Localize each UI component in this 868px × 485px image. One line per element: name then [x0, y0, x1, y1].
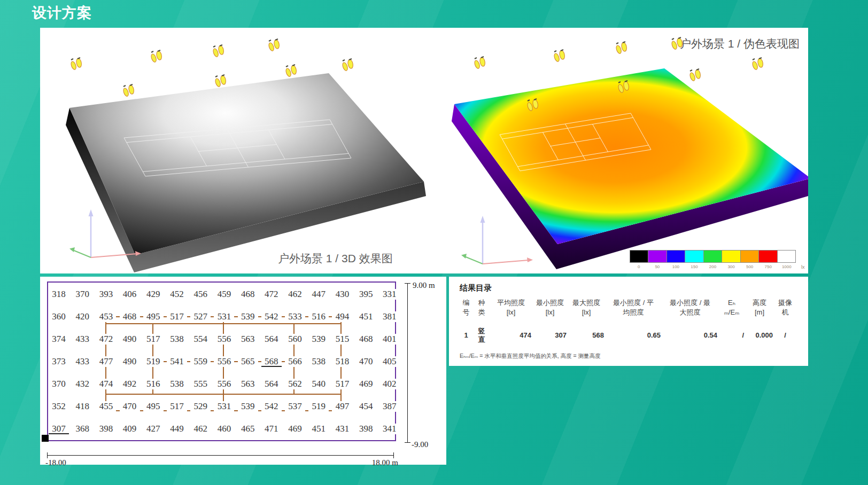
- grid-value: 495: [143, 401, 164, 412]
- results-title: 结果目录: [460, 283, 492, 293]
- grid-value: 447: [308, 289, 329, 300]
- render-panel: 户外场景 1 / 3D 效果图 户外场景 1 / 伪色表现图 050100150…: [40, 28, 808, 273]
- grid-row: 3604204534684955175275315395425335164944…: [49, 311, 400, 322]
- grid-value: 490: [120, 356, 140, 367]
- scale-swatch: [630, 251, 648, 262]
- grid-value: 352: [49, 401, 69, 412]
- results-cell: /: [774, 331, 796, 340]
- grid-value: 568: [261, 356, 282, 367]
- grid-value: 531: [214, 311, 234, 322]
- grid-value: 373: [49, 356, 69, 367]
- false-color-scale-labels: 0501001502003005007501000: [630, 264, 796, 269]
- results-table-header: 编 号种 类平均照度 [lx]最小照度 [lx]最大照度 [lx]最小照度 / …: [459, 298, 796, 317]
- grid-value: 451: [356, 311, 376, 322]
- grid-value: 517: [167, 311, 187, 322]
- grid-value: 307: [49, 424, 69, 434]
- grid-value: 517: [332, 379, 352, 389]
- grid-value: 533: [285, 311, 305, 322]
- grid-value: 563: [238, 334, 258, 345]
- results-column-header: 最小照度 / 最 大照度: [662, 298, 718, 317]
- grid-row: 3734334774905195415595565655685665385184…: [49, 356, 400, 367]
- grid-value: 449: [167, 424, 187, 434]
- scale-value: 0: [630, 264, 648, 269]
- grid-value: 430: [332, 289, 352, 300]
- results-column-header: 编 号: [459, 298, 474, 317]
- grid-value: 453: [96, 311, 116, 322]
- grid-value: 360: [49, 311, 69, 322]
- grid-value: 556: [214, 379, 234, 389]
- grid-value: 517: [143, 334, 164, 345]
- results-panel: 结果目录 编 号种 类平均照度 [lx]最小照度 [lx]最大照度 [lx]最小…: [449, 277, 808, 366]
- grid-value: 462: [190, 424, 211, 434]
- grid-value: 490: [120, 334, 140, 345]
- grid-value: 465: [238, 424, 258, 434]
- scale-swatch: [648, 251, 666, 262]
- grid-value: 469: [356, 379, 376, 389]
- results-cell: 474: [490, 331, 532, 340]
- grid-value: 451: [308, 424, 329, 434]
- grid-value: 494: [332, 311, 352, 322]
- grid-value: 381: [379, 311, 400, 322]
- scale-swatch: [704, 251, 722, 262]
- grid-value: 401: [379, 334, 400, 345]
- grid-value: 406: [120, 289, 140, 300]
- grid-value: 470: [356, 356, 376, 367]
- grid-value: 527: [190, 311, 211, 322]
- grid-value: 564: [261, 334, 282, 345]
- grid-value: 402: [379, 379, 400, 389]
- grid-value: 563: [238, 379, 258, 389]
- render-3d-label: 户外场景 1 / 3D 效果图: [278, 251, 393, 266]
- dim-label-right: 18.00 m: [339, 458, 398, 467]
- grid-row: 3073683984094274494624604654714694514313…: [49, 424, 400, 434]
- render-3d-greyscale: [66, 39, 426, 272]
- grid-value: 471: [261, 424, 282, 434]
- slide-background: 设计方案: [0, 0, 868, 485]
- grid-value: 454: [356, 401, 376, 412]
- grid-value: 468: [120, 311, 140, 322]
- grid-value: 368: [72, 424, 92, 434]
- results-column-header: 最大照度 [lx]: [568, 298, 605, 317]
- dim-line-horizontal: [47, 455, 394, 456]
- grid-value: 462: [285, 289, 305, 300]
- grid-value: 497: [332, 401, 352, 412]
- grid-value: 515: [332, 334, 352, 345]
- grid-value: 405: [379, 356, 400, 367]
- grid-value: 537: [285, 401, 305, 412]
- grid-value: 556: [214, 334, 234, 345]
- results-cell: /: [718, 331, 745, 340]
- grid-value: 539: [238, 401, 258, 412]
- grid-row: 3704324744925165385555565635645625405174…: [49, 379, 400, 389]
- scale-unit-label: lx: [801, 264, 805, 270]
- grid-value: 456: [190, 289, 211, 300]
- results-column-header: 平均照度 [lx]: [490, 298, 532, 317]
- grid-value: 519: [308, 401, 329, 412]
- grid-value: 477: [96, 356, 116, 367]
- dim-tick: [405, 442, 410, 443]
- grid-value: 562: [285, 379, 305, 389]
- results-column-header: 高度 [m]: [745, 298, 774, 317]
- grid-value: 318: [49, 289, 69, 300]
- grid-value: 564: [261, 379, 282, 389]
- results-footnote: Eₕₘ/Eₘ = 水平和垂直照度平均值的关系, 高度 = 测量高度: [460, 353, 601, 360]
- results-cell: 1: [459, 331, 474, 340]
- results-cell: 竖 直: [474, 327, 490, 343]
- grid-value: 432: [72, 379, 92, 389]
- grid-value: 566: [285, 356, 305, 367]
- illuminance-grid-panel: 3183703934064294524564594684724624474303…: [40, 277, 446, 465]
- grid-value: 492: [120, 379, 140, 389]
- grid-value: 474: [96, 379, 116, 389]
- grid-value: 459: [214, 289, 234, 300]
- scale-swatch: [759, 251, 777, 262]
- grid-value: 529: [190, 401, 211, 412]
- scale-value: 50: [648, 264, 667, 269]
- scale-value: 300: [722, 264, 741, 269]
- grid-value: 433: [72, 356, 92, 367]
- grid-value: 387: [379, 401, 400, 412]
- grid-row: 3183703934064294524564594684724624474303…: [49, 289, 400, 300]
- scale-swatch: [778, 251, 795, 262]
- scale-swatch: [741, 251, 759, 262]
- grid-value: 468: [356, 334, 376, 345]
- scale-value: 500: [740, 264, 759, 269]
- scale-swatch: [722, 251, 740, 262]
- scale-value: 100: [666, 264, 685, 269]
